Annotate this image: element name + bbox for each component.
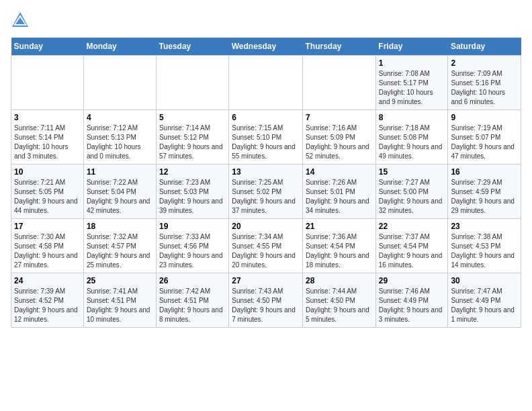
calendar-cell: 11Sunrise: 7:22 AM Sunset: 5:04 PM Dayli… <box>83 165 156 219</box>
calendar-cell: 20Sunrise: 7:34 AM Sunset: 4:55 PM Dayli… <box>229 219 303 273</box>
day-number: 6 <box>232 113 300 122</box>
calendar-cell: 8Sunrise: 7:18 AM Sunset: 5:08 PM Daylig… <box>375 110 448 165</box>
day-info: Sunrise: 7:23 AM Sunset: 5:03 PM Dayligh… <box>159 178 226 216</box>
calendar-cell: 12Sunrise: 7:23 AM Sunset: 5:03 PM Dayli… <box>156 165 228 219</box>
weekday-header-saturday: Saturday <box>448 38 521 56</box>
day-info: Sunrise: 7:19 AM Sunset: 5:07 PM Dayligh… <box>451 124 518 161</box>
day-info: Sunrise: 7:15 AM Sunset: 5:10 PM Dayligh… <box>232 124 300 161</box>
day-number: 1 <box>379 58 445 68</box>
day-info: Sunrise: 7:25 AM Sunset: 5:02 PM Dayligh… <box>232 178 300 216</box>
day-info: Sunrise: 7:32 AM Sunset: 4:57 PM Dayligh… <box>87 232 153 270</box>
weekday-header-thursday: Thursday <box>303 38 376 56</box>
calendar-week-row: 3Sunrise: 7:11 AM Sunset: 5:14 PM Daylig… <box>11 110 521 165</box>
day-number: 5 <box>159 113 226 122</box>
calendar-cell: 27Sunrise: 7:43 AM Sunset: 4:50 PM Dayli… <box>229 273 303 328</box>
weekday-header-monday: Monday <box>83 38 156 56</box>
day-number: 8 <box>379 113 445 122</box>
day-number: 29 <box>379 276 445 285</box>
day-info: Sunrise: 7:08 AM Sunset: 5:17 PM Dayligh… <box>379 69 445 107</box>
calendar-cell: 13Sunrise: 7:25 AM Sunset: 5:02 PM Dayli… <box>229 165 303 219</box>
day-number: 23 <box>451 222 518 231</box>
day-info: Sunrise: 7:27 AM Sunset: 5:00 PM Dayligh… <box>379 178 445 216</box>
calendar-cell: 29Sunrise: 7:46 AM Sunset: 4:49 PM Dayli… <box>375 273 448 328</box>
day-number: 27 <box>232 276 300 285</box>
calendar-week-row: 1Sunrise: 7:08 AM Sunset: 5:17 PM Daylig… <box>11 56 521 110</box>
day-info: Sunrise: 7:21 AM Sunset: 5:05 PM Dayligh… <box>14 178 81 216</box>
calendar-cell: 19Sunrise: 7:33 AM Sunset: 4:56 PM Dayli… <box>156 219 228 273</box>
calendar-cell: 5Sunrise: 7:14 AM Sunset: 5:12 PM Daylig… <box>156 110 228 165</box>
day-number: 4 <box>87 113 153 122</box>
day-info: Sunrise: 7:46 AM Sunset: 4:49 PM Dayligh… <box>379 287 445 324</box>
day-info: Sunrise: 7:12 AM Sunset: 5:13 PM Dayligh… <box>87 124 153 161</box>
calendar-cell: 10Sunrise: 7:21 AM Sunset: 5:05 PM Dayli… <box>11 165 84 219</box>
calendar-cell <box>156 56 228 110</box>
day-info: Sunrise: 7:14 AM Sunset: 5:12 PM Dayligh… <box>159 124 226 161</box>
day-number: 19 <box>159 222 226 231</box>
day-number: 11 <box>87 167 153 177</box>
day-number: 24 <box>14 276 81 285</box>
day-number: 7 <box>306 113 373 122</box>
day-number: 3 <box>14 113 81 122</box>
calendar-cell: 9Sunrise: 7:19 AM Sunset: 5:07 PM Daylig… <box>448 110 521 165</box>
calendar-cell: 2Sunrise: 7:09 AM Sunset: 5:16 PM Daylig… <box>448 56 521 110</box>
calendar-cell: 21Sunrise: 7:36 AM Sunset: 4:54 PM Dayli… <box>303 219 376 273</box>
day-number: 10 <box>14 167 81 177</box>
day-info: Sunrise: 7:29 AM Sunset: 4:59 PM Dayligh… <box>451 178 518 216</box>
day-number: 30 <box>451 276 518 285</box>
weekday-header-tuesday: Tuesday <box>156 38 228 56</box>
calendar-cell: 25Sunrise: 7:41 AM Sunset: 4:51 PM Dayli… <box>83 273 156 328</box>
calendar-cell: 23Sunrise: 7:38 AM Sunset: 4:53 PM Dayli… <box>448 219 521 273</box>
weekday-header-friday: Friday <box>375 38 448 56</box>
day-number: 14 <box>306 167 373 177</box>
calendar-week-row: 10Sunrise: 7:21 AM Sunset: 5:05 PM Dayli… <box>11 165 521 219</box>
day-info: Sunrise: 7:34 AM Sunset: 4:55 PM Dayligh… <box>232 232 300 270</box>
calendar-cell: 15Sunrise: 7:27 AM Sunset: 5:00 PM Dayli… <box>375 165 448 219</box>
day-info: Sunrise: 7:44 AM Sunset: 4:50 PM Dayligh… <box>306 287 373 324</box>
day-info: Sunrise: 7:18 AM Sunset: 5:08 PM Dayligh… <box>379 124 445 161</box>
calendar-cell: 14Sunrise: 7:26 AM Sunset: 5:01 PM Dayli… <box>303 165 376 219</box>
day-number: 16 <box>451 167 518 177</box>
calendar-cell: 24Sunrise: 7:39 AM Sunset: 4:52 PM Dayli… <box>11 273 84 328</box>
day-info: Sunrise: 7:38 AM Sunset: 4:53 PM Dayligh… <box>451 232 518 270</box>
calendar-week-row: 24Sunrise: 7:39 AM Sunset: 4:52 PM Dayli… <box>11 273 521 328</box>
calendar-cell: 30Sunrise: 7:47 AM Sunset: 4:49 PM Dayli… <box>448 273 521 328</box>
day-info: Sunrise: 7:42 AM Sunset: 4:51 PM Dayligh… <box>159 287 226 324</box>
day-info: Sunrise: 7:41 AM Sunset: 4:51 PM Dayligh… <box>87 287 153 324</box>
calendar-cell <box>229 56 303 110</box>
day-info: Sunrise: 7:43 AM Sunset: 4:50 PM Dayligh… <box>232 287 300 324</box>
day-number: 26 <box>159 276 226 285</box>
day-number: 18 <box>87 222 153 231</box>
day-number: 25 <box>87 276 153 285</box>
calendar-week-row: 17Sunrise: 7:30 AM Sunset: 4:58 PM Dayli… <box>11 219 521 273</box>
calendar-cell: 28Sunrise: 7:44 AM Sunset: 4:50 PM Dayli… <box>303 273 376 328</box>
calendar-cell: 6Sunrise: 7:15 AM Sunset: 5:10 PM Daylig… <box>229 110 303 165</box>
weekday-header-wednesday: Wednesday <box>229 38 303 56</box>
day-info: Sunrise: 7:22 AM Sunset: 5:04 PM Dayligh… <box>87 178 153 216</box>
day-number: 2 <box>451 58 518 68</box>
day-info: Sunrise: 7:16 AM Sunset: 5:09 PM Dayligh… <box>306 124 373 161</box>
day-number: 21 <box>306 222 373 231</box>
calendar-table: SundayMondayTuesdayWednesdayThursdayFrid… <box>11 38 521 328</box>
day-number: 15 <box>379 167 445 177</box>
day-number: 20 <box>232 222 300 231</box>
calendar-cell: 3Sunrise: 7:11 AM Sunset: 5:14 PM Daylig… <box>11 110 84 165</box>
day-number: 22 <box>379 222 445 231</box>
weekday-header-sunday: Sunday <box>11 38 84 56</box>
calendar-cell: 18Sunrise: 7:32 AM Sunset: 4:57 PM Dayli… <box>83 219 156 273</box>
day-info: Sunrise: 7:26 AM Sunset: 5:01 PM Dayligh… <box>306 178 373 216</box>
logo-icon <box>11 11 30 30</box>
calendar-cell: 4Sunrise: 7:12 AM Sunset: 5:13 PM Daylig… <box>83 110 156 165</box>
calendar-cell: 7Sunrise: 7:16 AM Sunset: 5:09 PM Daylig… <box>303 110 376 165</box>
day-info: Sunrise: 7:33 AM Sunset: 4:56 PM Dayligh… <box>159 232 226 270</box>
day-info: Sunrise: 7:36 AM Sunset: 4:54 PM Dayligh… <box>306 232 373 270</box>
weekday-header-row: SundayMondayTuesdayWednesdayThursdayFrid… <box>11 38 521 56</box>
calendar-cell <box>11 56 84 110</box>
calendar-cell: 16Sunrise: 7:29 AM Sunset: 4:59 PM Dayli… <box>448 165 521 219</box>
day-info: Sunrise: 7:11 AM Sunset: 5:14 PM Dayligh… <box>14 124 81 161</box>
calendar-cell: 1Sunrise: 7:08 AM Sunset: 5:17 PM Daylig… <box>375 56 448 110</box>
day-number: 28 <box>306 276 373 285</box>
day-number: 9 <box>451 113 518 122</box>
day-number: 13 <box>232 167 300 177</box>
header <box>11 11 521 30</box>
calendar-cell <box>303 56 376 110</box>
